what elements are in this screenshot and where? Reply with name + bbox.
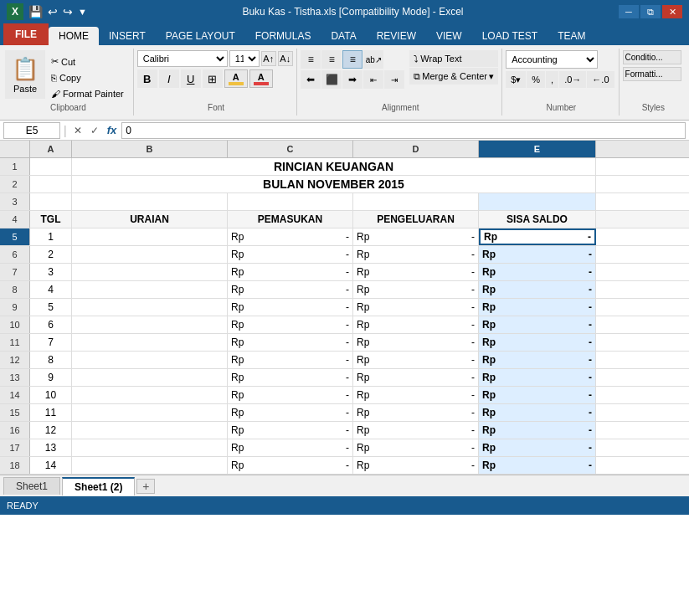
cell-b15[interactable]	[72, 404, 228, 421]
cell-c10[interactable]: Rp-	[228, 316, 353, 333]
decrease-decimal-button[interactable]: ←.0	[587, 71, 614, 88]
sheet-tab-2[interactable]: Sheet1 (2)	[62, 477, 135, 495]
cell-a15[interactable]: 11	[30, 404, 72, 421]
increase-font-button[interactable]: A↑	[261, 51, 276, 66]
cell-c14[interactable]: Rp-	[228, 387, 353, 403]
quick-access-save[interactable]: 💾	[28, 5, 43, 18]
align-top-left-button[interactable]: ≡	[301, 50, 321, 69]
conditional-formatting-button[interactable]: Conditio...	[623, 50, 681, 64]
add-sheet-button[interactable]: +	[136, 479, 155, 494]
font-color-button[interactable]: A	[249, 69, 273, 88]
cell-d17[interactable]: Rp-	[353, 439, 479, 456]
quick-access-undo[interactable]: ↩	[48, 5, 58, 18]
cell-d15[interactable]: Rp-	[353, 404, 479, 421]
cell-c15[interactable]: Rp-	[228, 404, 353, 421]
cell-b6[interactable]	[72, 246, 228, 263]
cell-d4[interactable]: PENGELUARAN	[353, 211, 479, 228]
cell-d10[interactable]: Rp-	[353, 316, 479, 333]
indent-decrease-button[interactable]: ⇤	[363, 70, 383, 89]
cell-b16[interactable]	[72, 422, 228, 439]
cell-reference-input[interactable]	[3, 122, 60, 139]
indent-increase-button[interactable]: ⇥	[384, 70, 404, 89]
cell-a4[interactable]: TGL	[30, 211, 72, 228]
cell-a6[interactable]: 2	[30, 246, 72, 263]
col-header-a[interactable]: A	[30, 141, 72, 157]
tab-page-layout[interactable]: PAGE LAYOUT	[156, 27, 245, 45]
tab-team[interactable]: TEAM	[548, 27, 595, 45]
align-right-button[interactable]: ➡	[342, 70, 362, 89]
cell-a12[interactable]: 8	[30, 352, 72, 368]
cell-c9[interactable]: Rp-	[228, 299, 353, 316]
cell-c4[interactable]: PEMASUKAN	[228, 211, 353, 228]
cell-b1[interactable]: RINCIAN KEUANGAN	[72, 158, 596, 175]
cell-e18[interactable]: Rp-	[479, 457, 596, 474]
col-header-c[interactable]: C	[228, 141, 353, 157]
wrap-text-button[interactable]: ⤵ Wrap Text	[409, 50, 498, 67]
cell-d8[interactable]: Rp-	[353, 281, 479, 298]
cell-b14[interactable]	[72, 387, 228, 403]
cell-e7[interactable]: Rp-	[479, 264, 596, 280]
merge-center-button[interactable]: ⧉ Merge & Center ▾	[409, 68, 498, 85]
cell-c18[interactable]: Rp-	[228, 457, 353, 474]
cell-c12[interactable]: Rp-	[228, 352, 353, 368]
paste-button[interactable]: 📋 Paste	[5, 50, 45, 99]
cell-a16[interactable]: 12	[30, 422, 72, 439]
cell-a18[interactable]: 14	[30, 457, 72, 474]
cell-e3[interactable]	[479, 193, 596, 210]
cell-d18[interactable]: Rp-	[353, 457, 479, 474]
cell-a14[interactable]: 10	[30, 387, 72, 403]
cell-d12[interactable]: Rp-	[353, 352, 479, 368]
align-left-button[interactable]: ⬅	[301, 70, 321, 89]
cell-b8[interactable]	[72, 281, 228, 298]
cell-c5[interactable]: Rp-	[228, 228, 353, 245]
cell-c8[interactable]: Rp-	[228, 281, 353, 298]
align-middle-button[interactable]: ≡	[342, 50, 362, 69]
cell-e14[interactable]: Rp-	[479, 387, 596, 403]
cell-a3[interactable]	[30, 193, 72, 210]
cell-b11[interactable]	[72, 334, 228, 351]
cell-d5[interactable]: Rp-	[353, 228, 479, 245]
tab-insert[interactable]: INSERT	[99, 27, 156, 45]
cell-d14[interactable]: Rp-	[353, 387, 479, 403]
cell-d6[interactable]: Rp-	[353, 246, 479, 263]
tab-load-test[interactable]: LOAD TEST	[472, 27, 548, 45]
underline-button[interactable]: U	[181, 69, 201, 88]
col-header-e[interactable]: E	[479, 141, 596, 157]
cell-c3[interactable]	[228, 193, 353, 210]
increase-decimal-button[interactable]: .0→	[559, 71, 586, 88]
cell-a11[interactable]: 7	[30, 334, 72, 351]
cell-b3[interactable]	[72, 193, 228, 210]
cell-b9[interactable]	[72, 299, 228, 316]
cell-a9[interactable]: 5	[30, 299, 72, 316]
cut-button[interactable]: ✂ Cut	[47, 54, 128, 69]
cell-e6[interactable]: Rp-	[479, 246, 596, 263]
align-center-button[interactable]: ⬛	[321, 70, 342, 89]
cell-b4[interactable]: URAIAN	[72, 211, 228, 228]
tab-review[interactable]: REVIEW	[367, 27, 426, 45]
sheet-tab-1[interactable]: Sheet1	[3, 477, 60, 495]
cell-b17[interactable]	[72, 439, 228, 456]
cell-e4[interactable]: SISA SALDO	[479, 211, 596, 228]
number-format-select[interactable]: Accounting General Number Currency Short…	[506, 50, 598, 69]
cell-b5[interactable]	[72, 228, 228, 245]
cancel-formula-icon[interactable]: ✕	[70, 123, 85, 138]
cell-a7[interactable]: 3	[30, 264, 72, 280]
cell-a5[interactable]: 1	[30, 228, 72, 245]
font-name-select[interactable]: Calibri	[137, 50, 228, 67]
cell-a17[interactable]: 13	[30, 439, 72, 456]
cell-d11[interactable]: Rp-	[353, 334, 479, 351]
tab-data[interactable]: DATA	[321, 27, 366, 45]
col-header-b[interactable]: B	[72, 141, 228, 157]
cell-d3[interactable]	[353, 193, 479, 210]
cell-a8[interactable]: 4	[30, 281, 72, 298]
tab-file[interactable]: FILE	[3, 23, 49, 45]
cell-a1[interactable]	[30, 158, 72, 175]
cell-d16[interactable]: Rp-	[353, 422, 479, 439]
copy-button[interactable]: ⎘ Copy	[47, 70, 128, 85]
cell-d9[interactable]: Rp-	[353, 299, 479, 316]
confirm-formula-icon[interactable]: ✓	[87, 123, 102, 138]
comma-button[interactable]: ,	[546, 71, 558, 88]
border-button[interactable]: ⊞	[203, 69, 223, 88]
bold-button[interactable]: B	[137, 69, 157, 88]
cell-e17[interactable]: Rp-	[479, 439, 596, 456]
